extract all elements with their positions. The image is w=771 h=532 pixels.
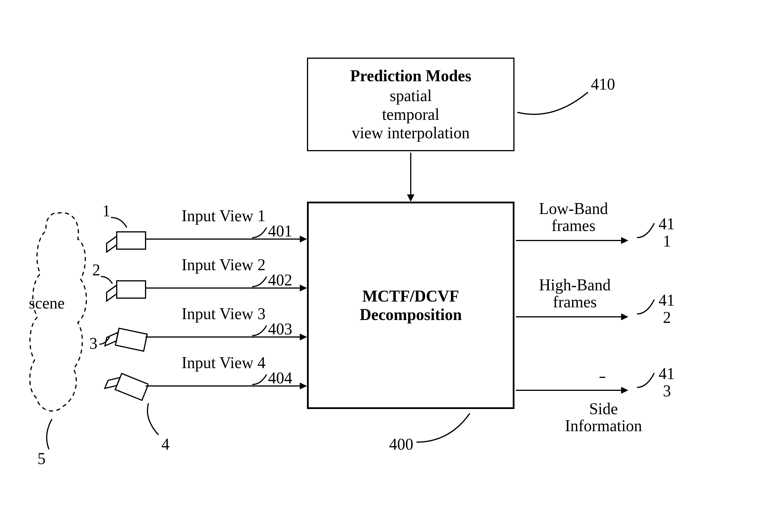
leader-400 [415,410,473,445]
svg-marker-1 [107,236,117,252]
ref-view2: 402 [268,271,292,289]
diagram-container: scene 1 2 3 4 5 P [0,0,771,532]
input-view-4-label: Input View 4 [182,354,265,371]
svg-marker-7 [105,374,120,392]
lowband-label: Low-Band frames [539,200,608,234]
svg-marker-13 [300,285,307,291]
main-box-line2: Decomposition [360,305,462,324]
input-view-3-label: Input View 3 [182,305,265,322]
prediction-line3: view interpolation [351,124,470,142]
leader-403 [251,324,271,338]
ref-main: 400 [389,435,413,453]
arrow-output-highband [516,311,631,323]
leader-402 [251,275,271,289]
camera-4-icon [102,372,148,406]
svg-marker-3 [107,285,117,301]
leader-cam4 [141,402,170,439]
ref-cam1: 1 [102,202,110,220]
prediction-modes-box: Prediction Modes spatial temporal view i… [307,58,515,151]
ref-view1: 401 [268,222,292,240]
leader-cam1 [109,216,133,230]
svg-rect-0 [117,232,145,249]
leader-410 [516,89,591,124]
sideinfo-label: Side Information [565,400,642,434]
ref-prediction: 410 [591,75,615,93]
arrow-prediction-to-main [404,151,418,203]
svg-marker-11 [300,236,307,243]
mctf-dcvf-box: MCTF/DCVF Decomposition [307,202,515,409]
svg-marker-15 [300,334,307,340]
ref-view3: 403 [268,320,292,338]
arrow-output-sideinfo [516,385,631,396]
ref-out2a: 41 [659,291,675,309]
tick-mark [598,374,607,380]
ref-out1b: 1 [663,232,671,250]
main-box-line1: MCTF/DCVF [362,287,459,305]
prediction-title: Prediction Modes [350,67,471,85]
ref-out3b: 3 [663,382,671,400]
input-view-1-label: Input View 1 [182,207,265,224]
leader-cam3 [98,336,112,346]
input-view-2-label: Input View 2 [182,256,265,273]
svg-rect-4 [115,328,147,351]
svg-marker-23 [621,387,628,394]
svg-marker-19 [621,237,628,244]
ref-cam3: 3 [89,334,97,353]
leader-cam2 [99,275,117,287]
leader-411 [636,222,659,239]
prediction-line1: spatial [390,86,432,105]
svg-marker-9 [407,194,415,202]
prediction-line2: temporal [382,105,439,124]
camera-1-icon [102,228,148,256]
leader-scene [40,418,63,452]
scene-label: scene [29,294,65,312]
ref-cam2: 2 [92,261,100,279]
ref-out3a: 41 [659,364,675,383]
ref-out1a: 41 [659,215,675,233]
svg-marker-17 [300,383,307,389]
svg-marker-21 [621,313,628,320]
arrow-output-lowband [516,235,631,246]
highband-label: High-Band frames [539,277,611,311]
ref-view4: 404 [268,369,292,387]
leader-413 [636,372,659,389]
ref-out2b: 2 [663,308,671,327]
leader-404 [251,373,271,387]
svg-rect-2 [117,281,145,298]
leader-401 [251,226,271,241]
scene-cloud [20,202,95,426]
leader-412 [636,298,659,315]
